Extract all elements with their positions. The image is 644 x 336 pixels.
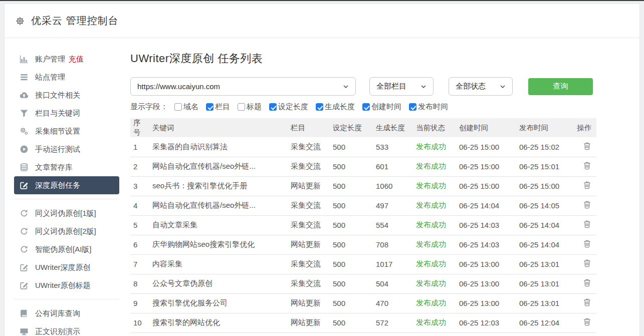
play-circle-icon	[20, 145, 29, 154]
trash-icon	[583, 317, 591, 326]
delete-button[interactable]	[583, 181, 591, 190]
recharge-badge[interactable]: 充值	[69, 55, 84, 64]
column-header: 当前状态	[413, 118, 456, 137]
category-select-value: 全部栏目	[376, 82, 406, 91]
status-select[interactable]: 全部状态	[449, 77, 513, 96]
set-length-cell: 500	[330, 176, 373, 196]
gen-length-cell: 504	[373, 274, 413, 293]
sidebar-item[interactable]: 栏目与关键词	[14, 104, 119, 122]
site-select[interactable]: https://www.ucaiyun.com	[130, 77, 356, 96]
query-button[interactable]: 查询	[528, 78, 593, 95]
delete-button[interactable]	[583, 278, 591, 287]
display-field-option[interactable]: 设定长度	[269, 102, 308, 112]
created-cell: 06-25 14:03	[456, 215, 516, 235]
sidebar-item[interactable]: 采集细节设置	[14, 122, 119, 140]
set-length-cell: 500	[330, 157, 373, 176]
gen-length-cell: 1017	[373, 254, 413, 274]
set-length-cell: 500	[330, 196, 373, 215]
field-checkbox[interactable]	[174, 103, 182, 111]
category-cell: 采集交流	[288, 137, 330, 157]
field-checkbox[interactable]	[316, 103, 323, 111]
trash-icon	[583, 278, 591, 287]
table-row: 10 搜索引擎的网站优化 网站更新 500 572 发布成功 06-25 12:…	[130, 313, 596, 332]
table-row: 5 自动文章采集 采集交流 500 554 发布成功 06-25 14:03 0…	[130, 215, 596, 235]
sidebar-item-label: 站点管理	[35, 73, 65, 82]
cloud-upload-icon	[20, 91, 29, 100]
tasks-table: 序号关键词栏目设定长度生成长度当前状态创建时间发布时间操作 1 采集器的自动识别…	[130, 118, 596, 333]
display-field-option[interactable]: 生成长度	[316, 102, 355, 112]
column-header: 关键词	[149, 118, 288, 137]
row-index: 8	[130, 274, 149, 293]
display-field-option[interactable]: 创建时间	[362, 102, 401, 112]
sidebar-item[interactable]: 深度原创任务	[14, 176, 119, 194]
monitor-icon	[20, 327, 29, 336]
delete-button[interactable]	[583, 161, 591, 170]
column-header: 创建时间	[456, 118, 516, 137]
created-cell: 06-25 14:03	[456, 235, 516, 254]
field-checkbox[interactable]	[269, 103, 277, 111]
column-header: 序号	[130, 118, 149, 137]
sidebar-item-label: 公有词库查询	[35, 309, 80, 318]
status-cell: 发布成功	[413, 274, 456, 293]
bar-chart-icon	[20, 55, 29, 64]
delete-button[interactable]	[583, 220, 591, 229]
sidebar-item[interactable]: 智能伪原创[AI版]	[14, 240, 119, 258]
field-checkbox[interactable]	[362, 103, 370, 111]
field-checkbox[interactable]	[409, 103, 416, 111]
sidebar-item[interactable]: 账户管理 充值	[14, 50, 119, 68]
created-cell: 06-25 15:00	[456, 157, 516, 176]
status-cell: 发布成功	[413, 137, 456, 157]
keyword-cell: 搜索引擎优化服务公司	[149, 293, 288, 313]
sidebar-item-label: 栏目与关键词	[35, 109, 80, 118]
status-cell: 发布成功	[413, 313, 456, 332]
sidebar-item[interactable]: 接口文件相关	[14, 86, 119, 104]
sidebar-item[interactable]: 站点管理	[14, 68, 119, 86]
delete-button[interactable]	[583, 142, 591, 151]
sidebar-item[interactable]: 公有词库查询	[14, 304, 119, 322]
category-cell: 网站更新	[288, 235, 330, 254]
sidebar-item[interactable]: 同义词伪原创[2版]	[14, 222, 119, 240]
sidebar-item[interactable]: 同义词伪原创[1版]	[14, 204, 119, 222]
status-cell: 发布成功	[413, 215, 456, 235]
display-field-option[interactable]: 发布时间	[409, 102, 448, 112]
sidebar-divider	[14, 199, 119, 199]
table-row: 4 网站自动化宣传机器/seo外链... 采集交流 500 497 发布成功 0…	[130, 196, 596, 215]
sidebar-item[interactable]: UWriter深度原创	[14, 258, 119, 276]
field-checkbox[interactable]	[206, 103, 213, 111]
chevron-down-icon	[342, 83, 349, 90]
display-field-option[interactable]: 栏目	[206, 102, 230, 112]
table-row: 2 网站自动化宣传机器/seo外链... 采集交流 500 601 发布成功 0…	[130, 157, 596, 176]
field-label: 发布时间	[418, 102, 448, 112]
sidebar-item[interactable]: 手动运行测试	[14, 140, 119, 158]
delete-button[interactable]	[583, 317, 591, 326]
keyword-cell: seo兵书：搜索引擎优化手册	[149, 176, 288, 196]
category-select[interactable]: 全部栏目	[369, 77, 434, 96]
column-header: 设定长度	[330, 118, 373, 137]
delete-button[interactable]	[583, 200, 591, 209]
published-cell: 06-25 12:04	[516, 313, 574, 332]
row-index: 6	[130, 235, 149, 254]
delete-button[interactable]	[583, 259, 591, 268]
sidebar-item[interactable]: 正文识别演示	[14, 322, 119, 336]
table-row: 3 seo兵书：搜索引擎优化手册 网站更新 500 1060 发布成功 06-2…	[130, 176, 596, 196]
table-row: 9 搜索引擎优化服务公司 网站更新 500 470 发布成功 06-25 13:…	[130, 293, 596, 313]
gen-length-cell: 1060	[373, 176, 413, 196]
field-checkbox[interactable]	[238, 103, 245, 111]
created-cell: 06-25 13:00	[456, 254, 516, 274]
set-length-cell: 500	[330, 313, 373, 332]
sidebar-item[interactable]: UWriter原创标题	[14, 276, 119, 294]
main-content: UWriter深度原创 任务列表 https://www.ucaiyun.com…	[126, 38, 639, 336]
row-index: 4	[130, 196, 149, 215]
trash-icon	[583, 259, 591, 268]
display-field-option[interactable]: 域名	[174, 102, 198, 112]
display-field-option[interactable]: 标题	[238, 102, 262, 112]
category-cell: 采集交流	[288, 254, 330, 274]
delete-button[interactable]	[583, 298, 591, 307]
column-header: 操作	[574, 118, 596, 137]
table-header-row: 序号关键词栏目设定长度生成长度当前状态创建时间发布时间操作	[130, 118, 596, 137]
sidebar-item-label: 同义词伪原创[2版]	[35, 227, 96, 236]
sidebar-item[interactable]: 文章暂存库	[14, 158, 119, 176]
status-cell: 发布成功	[413, 196, 456, 215]
delete-button[interactable]	[583, 239, 591, 248]
category-cell: 采集交流	[288, 215, 330, 235]
